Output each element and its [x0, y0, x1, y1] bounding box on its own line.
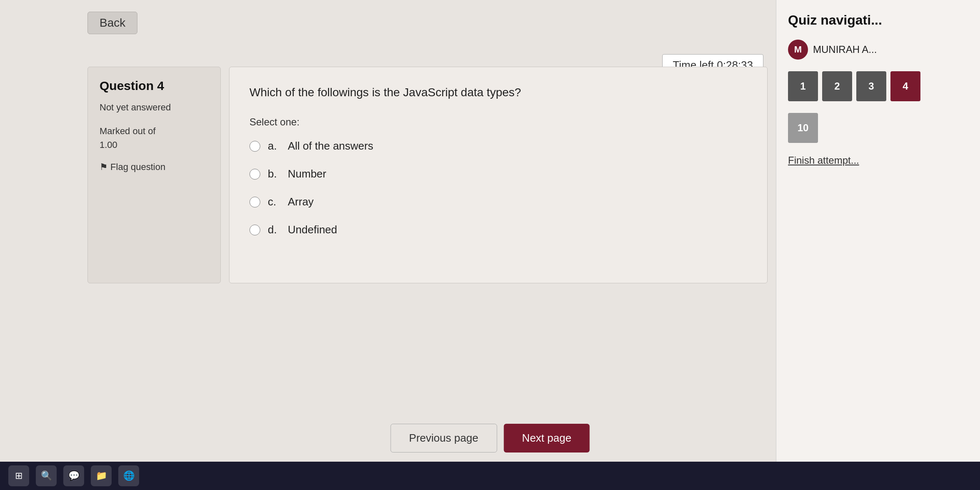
taskbar-item-4[interactable]: 📁 [91, 465, 112, 486]
user-name: MUNIRAH A... [813, 44, 877, 55]
taskbar-item-1[interactable]: ⊞ [8, 465, 29, 486]
radio-a[interactable] [249, 141, 260, 152]
option-letter-a: a. [268, 140, 280, 152]
user-avatar: M [788, 40, 808, 60]
back-button[interactable]: Back [87, 12, 137, 34]
nav-buttons: Previous page Next page [390, 424, 590, 452]
taskbar-item-5[interactable]: 🌐 [118, 465, 139, 486]
question-sidebar: Question 4 Not yet answered Marked out o… [87, 67, 221, 283]
quiz-nav-panel: Quiz navigati... M MUNIRAH A... 1 2 3 4 … [776, 0, 980, 490]
question-text: Which of the followings is the JavaScrip… [249, 84, 747, 101]
taskbar-item-2[interactable]: 🔍 [36, 465, 57, 486]
question-title: Question 4 [100, 79, 209, 93]
question-main: Which of the followings is the JavaScrip… [229, 67, 768, 283]
radio-b[interactable] [249, 169, 260, 180]
question-grid: 1 2 3 4 [788, 71, 968, 101]
option-row-b: b. Number [249, 168, 747, 180]
radio-d[interactable] [249, 225, 260, 235]
option-row-d: d. Undefined [249, 223, 747, 236]
taskbar-item-3[interactable]: 💬 [63, 465, 84, 486]
content-area: Question 4 Not yet answered Marked out o… [87, 67, 768, 283]
select-label: Select one: [249, 116, 747, 128]
option-text-b: Number [288, 168, 326, 180]
option-letter-b: b. [268, 168, 280, 180]
option-text-c: Array [288, 195, 314, 208]
user-row: M MUNIRAH A... [788, 40, 968, 60]
q-num-10[interactable]: 10 [788, 113, 818, 143]
option-row-a: a. All of the answers [249, 140, 747, 152]
marked-out-label: Marked out of 1.00 [100, 124, 209, 152]
q-num-1[interactable]: 1 [788, 71, 818, 101]
q-num-2[interactable]: 2 [822, 71, 852, 101]
radio-c[interactable] [249, 197, 260, 208]
option-text-d: Undefined [288, 223, 337, 236]
question-title-prefix: Question [100, 79, 157, 92]
question-grid-2: 10 [788, 113, 968, 143]
option-letter-c: c. [268, 195, 280, 208]
previous-page-button[interactable]: Previous page [390, 424, 497, 452]
question-number: 4 [157, 79, 164, 92]
option-letter-d: d. [268, 223, 280, 236]
next-page-button[interactable]: Next page [504, 424, 590, 452]
finish-attempt-link[interactable]: Finish attempt... [788, 155, 968, 166]
quiz-nav-title: Quiz navigati... [788, 12, 968, 28]
q-num-3[interactable]: 3 [856, 71, 886, 101]
question-status: Not yet answered [100, 100, 209, 114]
taskbar: ⊞ 🔍 💬 📁 🌐 [0, 462, 980, 490]
option-row-c: c. Array [249, 195, 747, 208]
option-text-a: All of the answers [288, 140, 373, 152]
q-num-4[interactable]: 4 [890, 71, 920, 101]
flag-question-button[interactable]: ⚑ Flag question [100, 162, 209, 172]
